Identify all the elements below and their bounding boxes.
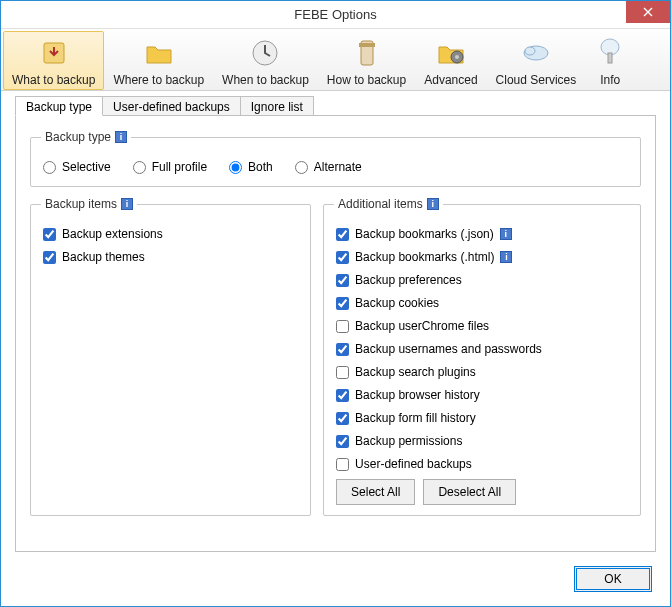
additional-item-option-8[interactable]: Backup form fill history — [336, 411, 476, 425]
backup-type-option-3[interactable]: Alternate — [295, 160, 362, 174]
toolbar-where[interactable]: Where to backup — [104, 31, 213, 90]
additional-item-option-4[interactable]: Backup userChrome files — [336, 319, 489, 333]
select-all-button[interactable]: Select All — [336, 479, 415, 505]
checkbox-input[interactable] — [336, 274, 349, 287]
backup-item-row-1: Backup themes — [43, 250, 298, 264]
checkbox-label: Backup bookmarks (.json) — [355, 227, 494, 241]
info-icon[interactable]: i — [500, 228, 512, 240]
checkbox-label: Backup bookmarks (.html) — [355, 250, 494, 264]
toolbar-how[interactable]: How to backup — [318, 31, 415, 90]
checkbox-label: Backup form fill history — [355, 411, 476, 425]
radio-input[interactable] — [229, 161, 242, 174]
additional-items-legend: Additional items i — [334, 197, 443, 211]
additional-item-option-7[interactable]: Backup browser history — [336, 388, 480, 402]
additional-item-option-10[interactable]: User-defined backups — [336, 457, 472, 471]
checkbox-input[interactable] — [336, 435, 349, 448]
backup-items-list: Backup extensionsBackup themes — [41, 221, 300, 266]
additional-item-option-9[interactable]: Backup permissions — [336, 434, 462, 448]
tab-content: Backup type i SelectiveFull profileBothA… — [15, 115, 656, 552]
radio-label: Both — [248, 160, 273, 174]
backup-items-legend-text: Backup items — [45, 197, 117, 211]
how-icon — [351, 37, 383, 69]
tab-1[interactable]: User-defined backups — [102, 96, 241, 116]
backup-item-option-1[interactable]: Backup themes — [43, 250, 145, 264]
additional-item-row-0: Backup bookmarks (.json) i — [336, 227, 628, 241]
svg-point-5 — [455, 55, 459, 59]
toolbar-label: How to backup — [327, 73, 406, 87]
additional-item-option-0[interactable]: Backup bookmarks (.json) — [336, 227, 494, 241]
additional-item-row-8: Backup form fill history — [336, 411, 628, 425]
deselect-all-button[interactable]: Deselect All — [423, 479, 516, 505]
additional-items-legend-text: Additional items — [338, 197, 423, 211]
checkbox-label: Backup themes — [62, 250, 145, 264]
ok-button[interactable]: OK — [574, 566, 652, 592]
backup-item-option-0[interactable]: Backup extensions — [43, 227, 163, 241]
toolbar-adv[interactable]: Advanced — [415, 31, 486, 90]
checkbox-input[interactable] — [336, 412, 349, 425]
tab-strip: Backup typeUser-defined backupsIgnore li… — [1, 91, 670, 115]
radio-input[interactable] — [133, 161, 146, 174]
info-icon[interactable]: i — [500, 251, 512, 263]
toolbar-label: Where to backup — [113, 73, 204, 87]
additional-item-row-10: User-defined backups — [336, 457, 628, 471]
checkbox-label: Backup preferences — [355, 273, 462, 287]
checkbox-label: Backup browser history — [355, 388, 480, 402]
backup-type-option-1[interactable]: Full profile — [133, 160, 207, 174]
additional-item-option-2[interactable]: Backup preferences — [336, 273, 462, 287]
window-title: FEBE Options — [1, 7, 670, 22]
additional-item-row-3: Backup cookies — [336, 296, 628, 310]
toolbar-label: When to backup — [222, 73, 309, 87]
svg-rect-9 — [608, 53, 612, 63]
info-icon[interactable]: i — [121, 198, 133, 210]
checkbox-input[interactable] — [336, 320, 349, 333]
toolbar-what[interactable]: What to backup — [3, 31, 104, 90]
additional-item-option-3[interactable]: Backup cookies — [336, 296, 439, 310]
backup-items-group: Backup items i Backup extensionsBackup t… — [30, 197, 311, 516]
toolbar: What to backupWhere to backupWhen to bac… — [1, 29, 670, 91]
additional-item-option-6[interactable]: Backup search plugins — [336, 365, 476, 379]
toolbar-label: Info — [600, 73, 620, 87]
titlebar: FEBE Options — [1, 1, 670, 29]
additional-items-group: Additional items i Backup bookmarks (.js… — [323, 197, 641, 516]
checkbox-input[interactable] — [336, 228, 349, 241]
info-icon[interactable]: i — [115, 131, 127, 143]
toolbar-info[interactable]: Info — [585, 31, 635, 90]
toolbar-cloud[interactable]: Cloud Services — [487, 31, 586, 90]
checkbox-input[interactable] — [336, 251, 349, 264]
checkbox-input[interactable] — [336, 389, 349, 402]
info-icon — [594, 37, 626, 69]
checkbox-label: Backup userChrome files — [355, 319, 489, 333]
toolbar-when[interactable]: When to backup — [213, 31, 318, 90]
tab-0[interactable]: Backup type — [15, 96, 103, 116]
backup-type-option-2[interactable]: Both — [229, 160, 273, 174]
tab-2[interactable]: Ignore list — [240, 96, 314, 116]
radio-input[interactable] — [43, 161, 56, 174]
checkbox-input[interactable] — [43, 251, 56, 264]
additional-item-option-1[interactable]: Backup bookmarks (.html) — [336, 250, 494, 264]
checkbox-input[interactable] — [336, 366, 349, 379]
backup-type-option-0[interactable]: Selective — [43, 160, 111, 174]
backup-type-legend: Backup type i — [41, 130, 131, 144]
what-icon — [38, 37, 70, 69]
close-icon — [643, 7, 653, 17]
toolbar-label: Cloud Services — [496, 73, 577, 87]
checkbox-input[interactable] — [43, 228, 56, 241]
radio-input[interactable] — [295, 161, 308, 174]
additional-item-row-5: Backup usernames and passwords — [336, 342, 628, 356]
additional-item-row-9: Backup permissions — [336, 434, 628, 448]
radio-label: Alternate — [314, 160, 362, 174]
checkbox-input[interactable] — [336, 297, 349, 310]
checkbox-input[interactable] — [336, 343, 349, 356]
info-icon[interactable]: i — [427, 198, 439, 210]
checkbox-label: User-defined backups — [355, 457, 472, 471]
additional-item-row-7: Backup browser history — [336, 388, 628, 402]
backup-item-row-0: Backup extensions — [43, 227, 298, 241]
checkbox-label: Backup extensions — [62, 227, 163, 241]
adv-icon — [435, 37, 467, 69]
close-button[interactable] — [626, 1, 670, 23]
additional-item-option-5[interactable]: Backup usernames and passwords — [336, 342, 542, 356]
checkbox-input[interactable] — [336, 458, 349, 471]
toolbar-label: What to backup — [12, 73, 95, 87]
checkbox-label: Backup search plugins — [355, 365, 476, 379]
checkbox-label: Backup permissions — [355, 434, 462, 448]
